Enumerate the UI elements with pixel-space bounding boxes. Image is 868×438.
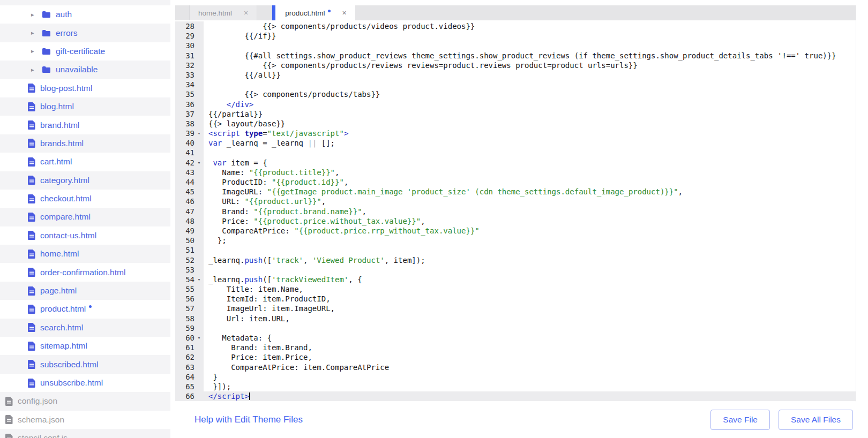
code-text[interactable]: _learnq.push(['track', 'Viewed Product',… bbox=[204, 255, 856, 265]
save-all-files-button[interactable]: Save All Files bbox=[779, 410, 853, 430]
code-line-38[interactable]: 38{{> layout/base}} bbox=[175, 119, 856, 129]
code-text[interactable]: }]); bbox=[204, 382, 856, 391]
code-text[interactable]: var item = { bbox=[204, 158, 856, 168]
sidebar-item-unsubscribe-html[interactable]: unsubscribe.html bbox=[0, 374, 170, 392]
code-text[interactable] bbox=[204, 148, 856, 157]
code-line-62[interactable]: 62 Price: item.Price, bbox=[175, 352, 856, 362]
code-line-45[interactable]: 45 ImageURL: "{{getImage product.main_im… bbox=[175, 187, 856, 197]
code-line-37[interactable]: 37{{/partial}} bbox=[175, 109, 856, 119]
code-line-43[interactable]: 43 Name: "{{product.title}}", bbox=[175, 168, 856, 177]
folder-expand-icon[interactable]: ▸ bbox=[31, 29, 42, 36]
sidebar-item-home-html[interactable]: home.html bbox=[0, 245, 170, 263]
code-line-65[interactable]: 65 }]); bbox=[175, 382, 856, 391]
code-text[interactable] bbox=[204, 245, 856, 255]
code-text[interactable]: var _learnq = _learnq || []; bbox=[204, 138, 856, 148]
sidebar-item-order-confirmation-html[interactable]: order-confirmation.html bbox=[0, 263, 170, 281]
tab-product-html[interactable]: product.html× bbox=[272, 5, 355, 20]
code-text[interactable]: Brand: "{{product.brand.name}}", bbox=[204, 207, 856, 216]
sidebar-item-checkout-html[interactable]: checkout.html bbox=[0, 190, 170, 208]
sidebar-item-auth[interactable]: ▸auth bbox=[0, 5, 170, 24]
code-line-54[interactable]: 54▾_learnq.push(['trackViewedItem', { bbox=[175, 275, 856, 284]
sidebar-item-brands-html[interactable]: brands.html bbox=[0, 134, 170, 153]
sidebar-item-category-html[interactable]: category.html bbox=[0, 171, 170, 190]
code-text[interactable]: CompareAtPrice: "{{product.price.rrp_wit… bbox=[204, 226, 856, 236]
fold-toggle-icon[interactable]: ▾ bbox=[194, 158, 204, 168]
code-line-41[interactable]: 41 bbox=[175, 148, 856, 157]
help-link[interactable]: Help with Edit Theme Files bbox=[194, 414, 303, 425]
code-text[interactable] bbox=[204, 323, 856, 333]
sidebar-item-config-json[interactable]: config.json bbox=[0, 392, 170, 410]
sidebar-item-sitemap-html[interactable]: sitemap.html bbox=[0, 337, 170, 355]
code-text[interactable]: } bbox=[204, 372, 856, 382]
code-text[interactable]: _learnq.push(['trackViewedItem', { bbox=[204, 275, 856, 284]
code-text[interactable] bbox=[204, 265, 856, 275]
code-text[interactable]: Brand: item.Brand, bbox=[204, 343, 856, 352]
code-line-59[interactable]: 59 bbox=[175, 323, 856, 333]
sidebar-item-subscribed-html[interactable]: subscribed.html bbox=[0, 355, 170, 373]
code-line-32[interactable]: 32 {{> components/products/reviews revie… bbox=[175, 61, 856, 70]
code-line-49[interactable]: 49 CompareAtPrice: "{{product.price.rrp_… bbox=[175, 226, 856, 236]
folder-expand-icon[interactable]: ▸ bbox=[31, 66, 42, 73]
code-line-61[interactable]: 61 Brand: item.Brand, bbox=[175, 343, 856, 352]
code-line-64[interactable]: 64 } bbox=[175, 372, 856, 382]
sidebar-item-brand-html[interactable]: brand.html bbox=[0, 116, 170, 134]
code-line-63[interactable]: 63 CompareAtPrice: item.CompareAtPrice bbox=[175, 363, 856, 372]
code-text[interactable]: Price: "{{product.price.without_tax.valu… bbox=[204, 216, 856, 226]
tab-home-html[interactable]: home.html× bbox=[189, 5, 257, 20]
sidebar-item-stencil-conf-js[interactable]: stencil.conf.js bbox=[0, 429, 170, 438]
sidebar-item-search-html[interactable]: search.html bbox=[0, 319, 170, 337]
code-text[interactable]: {{> components/products/videos product.v… bbox=[204, 21, 856, 31]
code-text[interactable]: {{/all}} bbox=[204, 70, 856, 80]
code-line-28[interactable]: 28 {{> components/products/videos produc… bbox=[175, 21, 856, 31]
code-line-52[interactable]: 52_learnq.push(['track', 'Viewed Product… bbox=[175, 255, 856, 265]
code-line-46[interactable]: 46 URL: "{{product.url}}", bbox=[175, 197, 856, 206]
code-text[interactable]: ImageUrl: item.ImageURL, bbox=[204, 304, 856, 313]
code-text[interactable]: {{> components/products/reviews reviews=… bbox=[204, 61, 856, 70]
code-text[interactable]: Title: item.Name, bbox=[204, 284, 856, 294]
code-text[interactable]: CompareAtPrice: item.CompareAtPrice bbox=[204, 363, 856, 372]
code-line-42[interactable]: 42▾ var item = { bbox=[175, 158, 856, 168]
code-text[interactable]: </script> bbox=[204, 391, 856, 401]
tab-close-icon[interactable]: × bbox=[342, 9, 347, 17]
sidebar-item-product-html[interactable]: product.html bbox=[0, 300, 170, 318]
code-text[interactable]: }; bbox=[204, 236, 856, 245]
code-line-47[interactable]: 47 Brand: "{{product.brand.name}}", bbox=[175, 207, 856, 216]
code-line-51[interactable]: 51 bbox=[175, 245, 856, 255]
code-text[interactable]: {{/if}} bbox=[204, 31, 856, 41]
code-text[interactable]: ItemId: item.ProductID, bbox=[204, 294, 856, 304]
code-text[interactable]: {{> components/products/tabs}} bbox=[204, 89, 856, 99]
folder-expand-icon[interactable]: ▸ bbox=[31, 11, 42, 18]
fold-toggle-icon[interactable]: ▾ bbox=[194, 333, 204, 343]
code-line-35[interactable]: 35 {{> components/products/tabs}} bbox=[175, 89, 856, 99]
code-line-33[interactable]: 33 {{/all}} bbox=[175, 70, 856, 80]
sidebar-item-unavailable[interactable]: ▸unavailable bbox=[0, 61, 170, 79]
code-editor[interactable]: 28 {{> components/products/videos produc… bbox=[175, 20, 856, 402]
code-line-56[interactable]: 56 ItemId: item.ProductID, bbox=[175, 294, 856, 304]
code-line-48[interactable]: 48 Price: "{{product.price.without_tax.v… bbox=[175, 216, 856, 226]
code-line-53[interactable]: 53 bbox=[175, 265, 856, 275]
fold-toggle-icon[interactable]: ▾ bbox=[194, 129, 204, 138]
code-line-29[interactable]: 29 {{/if}} bbox=[175, 31, 856, 41]
code-line-57[interactable]: 57 ImageUrl: item.ImageURL, bbox=[175, 304, 856, 313]
tab-close-icon[interactable]: × bbox=[244, 9, 248, 17]
code-text[interactable]: ProductID: "{{product.id}}", bbox=[204, 177, 856, 187]
code-text[interactable]: </div> bbox=[204, 100, 856, 109]
save-file-button[interactable]: Save File bbox=[710, 410, 770, 430]
sidebar-item-page-html[interactable]: page.html bbox=[0, 282, 170, 300]
code-line-60[interactable]: 60▾ Metadata: { bbox=[175, 333, 856, 343]
sidebar-item-gift-certificate[interactable]: ▸gift-certificate bbox=[0, 42, 170, 61]
code-line-39[interactable]: 39▾<script type="text/javascript"> bbox=[175, 129, 856, 138]
code-text[interactable]: Metadata: { bbox=[204, 333, 856, 343]
code-text[interactable]: {{> layout/base}} bbox=[204, 119, 856, 129]
sidebar-item-errors[interactable]: ▸errors bbox=[0, 24, 170, 42]
sidebar-item-blog-post-html[interactable]: blog-post.html bbox=[0, 79, 170, 97]
folder-expand-icon[interactable]: ▸ bbox=[31, 48, 42, 55]
code-line-40[interactable]: 40var _learnq = _learnq || []; bbox=[175, 138, 856, 148]
code-line-55[interactable]: 55 Title: item.Name, bbox=[175, 284, 856, 294]
fold-toggle-icon[interactable]: ▾ bbox=[194, 275, 204, 284]
code-text[interactable]: {{/partial}} bbox=[204, 109, 856, 119]
code-line-30[interactable]: 30 bbox=[175, 41, 856, 50]
code-line-50[interactable]: 50 }; bbox=[175, 236, 856, 245]
sidebar-item-schema-json[interactable]: schema.json bbox=[0, 411, 170, 429]
code-line-31[interactable]: 31 {{#all settings.show_product_reviews … bbox=[175, 51, 856, 61]
